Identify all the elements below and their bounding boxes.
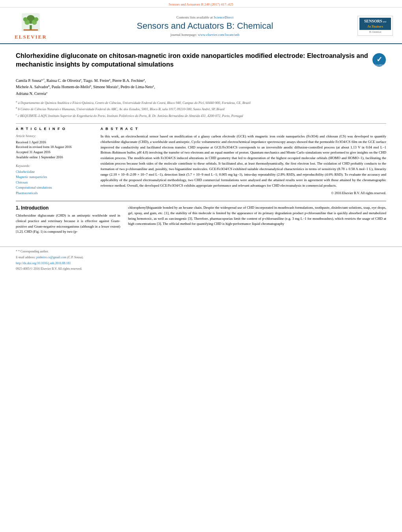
affil-c: c c REQUIMTE–LAQV, Instituto Superior de… [16,113,386,119]
intro-heading: 1. Introduction [16,205,120,211]
elsevier-tree-icon [19,11,43,33]
keyword-chlorhexidine[interactable]: Chlorhexidine [16,169,93,175]
keyword-chitosan[interactable]: Chitosan [16,180,93,185]
introduction-section: 1. Introduction Chlorhexidine digluconat… [16,205,386,235]
accepted-date: Accepted 31 August 2016 [16,150,93,155]
keyword-pharmaceuticals[interactable]: Pharmaceuticals [16,191,93,196]
sensors-logo-subtext: B: Chemical [359,31,391,34]
author-tiago: Tiago. M. Freirea, [83,78,112,83]
crossmark-icon[interactable]: ✓ CrossMark [372,53,386,67]
abstract-heading: A B S T R A C T [100,127,386,131]
email-note: E-mail address: pinheiro.cs@gmail.com (C… [16,255,386,260]
journal-homepage: journal homepage: www.elsevier.com/locat… [54,33,355,37]
svg-point-6 [34,17,38,22]
actuators-text: AcTuators [361,24,389,29]
author-raissa: Raissa C. de Oliveiraa, [47,78,83,83]
section-divider [16,201,386,201]
author-paula: Paula Homem-de-Mellob, [52,85,93,89]
corresponding-note: * * Corresponding author. [16,249,386,254]
author-pedro: Pedro de Lima-Netoa, [121,85,155,89]
svg-rect-1 [30,25,32,30]
article-title: Chlorhexidine digluconate on chitosan-ma… [16,51,368,69]
journal-header-center: Contents lists available at ScienceDirec… [54,15,355,37]
affiliations: a a Departamento de Química Analítica e … [16,100,386,119]
elsevier-text: ELSEVIER [15,34,47,40]
top-bar: Sensors and Actuators B 240 (2017) 417–4… [0,0,402,7]
elsevier-logo: ELSEVIER [7,11,54,40]
journal-reference: Sensors and Actuators B 240 (2017) 417–4… [169,2,233,6]
intro-right: chlorophenyl)biguanide bonded by an hexa… [128,205,386,235]
affil-a: a a Departamento de Química Analítica e … [16,100,386,106]
sensors-text: SENSORS and [361,19,389,24]
history-label: Article history: [16,134,93,138]
article-area: Chlorhexidine digluconate on chitosan-ma… [0,44,402,239]
article-dates: Received 1 April 2016 Received in revise… [16,140,93,160]
article-info-col: A R T I C L E I N F O Article history: R… [16,127,93,196]
sensors-logo: SENSORS and AcTuators [359,18,391,30]
article-footer: * * Corresponding author. E-mail address… [0,247,402,274]
journal-header: ELSEVIER Contents lists available at Sci… [0,7,402,44]
divider-line [16,123,386,124]
keyword-computational[interactable]: Computational simulations [16,185,93,191]
sensors-logo-box: SENSORS and AcTuators B: Chemical [357,16,393,35]
journal-title: Sensors and Actuators B: Chemical [54,21,355,31]
elsevier-logo-area: ELSEVIER [7,11,54,40]
email-link[interactable]: pinheiro.cs@gmail.com [36,256,67,259]
authors-section: Camila P. Sousaa,*, Raissa C. de Oliveir… [16,78,386,97]
homepage-link[interactable]: www.elsevier.com/locate/snb [198,33,239,37]
available-date: Available online 1 September 2016 [16,155,93,160]
svg-text:✓: ✓ [376,56,382,63]
author-simone: Simone Moraisc, [93,85,121,89]
info-abstract-section: A R T I C L E I N F O Article history: R… [16,127,386,196]
author-michele: Michele A. Salvadorb, [16,85,52,89]
abstract-col: A B S T R A C T In this work, an electro… [100,127,386,196]
keywords-label: Keywords: [16,164,93,168]
keywords-section: Keywords: Chlorhexidine Magnetic nanopar… [16,164,93,196]
received-revised-date: Received in revised form 18 August 2016 [16,145,93,150]
keyword-magnetic[interactable]: Magnetic nanoparticles [16,174,93,180]
affil-b: b b Centro de Ciências Naturais e Humana… [16,106,386,112]
sciencedirect-link[interactable]: ScienceDirect [214,15,233,19]
abstract-text: In this work, an electrochemical sensor … [100,134,386,189]
svg-point-5 [23,17,28,22]
author-adriana: Adriana N. Correiaa [16,91,47,96]
issn-line: 0925-4005/© 2016 Elsevier B.V. All right… [16,267,386,271]
author-pierre: Pierre B.A. Fechinea, [112,78,146,83]
copyright-line: © 2016 Elsevier B.V. All rights reserved… [100,191,386,195]
intro-left-text: Chlorhexidine digluconate (CHD) is an an… [16,213,120,235]
article-title-text: Chlorhexidine digluconate on chitosan-ma… [16,51,368,74]
author-camila: Camila P. Sousaa,*, [16,78,47,83]
svg-text:CrossMark: CrossMark [374,64,384,66]
received-date: Received 1 April 2016 [16,140,93,145]
intro-left: 1. Introduction Chlorhexidine digluconat… [16,205,120,235]
doi-line: http://dx.doi.org/10.1016/j.snb.2016.08.… [16,261,386,266]
contents-line: Contents lists available at ScienceDirec… [54,15,355,19]
page-container: Sensors and Actuators B 240 (2017) 417–4… [0,0,402,532]
article-title-section: Chlorhexidine digluconate on chitosan-ma… [16,51,386,74]
doi-link[interactable]: http://dx.doi.org/10.1016/j.snb.2016.08.… [16,261,71,265]
svg-rect-7 [24,30,38,31]
intro-right-text: chlorophenyl)biguanide bonded by an hexa… [128,205,386,227]
article-info-heading: A R T I C L E I N F O [16,127,93,131]
sensors-logo-area: SENSORS and AcTuators B: Chemical [355,16,395,35]
